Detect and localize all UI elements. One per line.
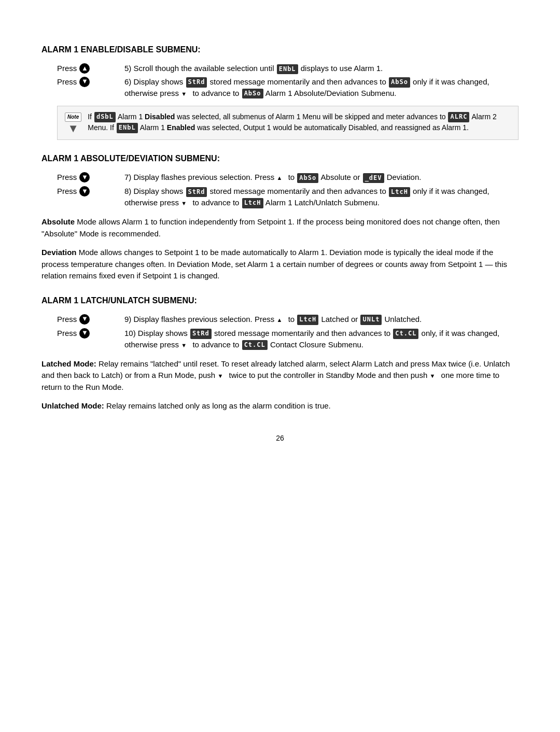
- press-row-8: Press ▼ 8) Display shows StRd stored mes…: [41, 186, 519, 209]
- press-content-8: 8) Display shows StRd stored message mom…: [124, 186, 519, 209]
- text-6d: to advance to: [190, 89, 241, 97]
- down-button-8: ▼: [79, 186, 90, 196]
- lcd-UNLt-9: UNLt: [360, 315, 382, 325]
- deviation-paragraph: Deviation Mode allows changes to Setpoin…: [41, 247, 519, 282]
- up-button-5: ▲: [79, 63, 90, 74]
- text-7b: to: [286, 173, 297, 181]
- down-button-10: ▼: [79, 328, 90, 339]
- press-row-6: Press ▼ 6) Display shows StRd stored mes…: [41, 76, 519, 100]
- note-text-1: If dSbL Alarm 1 Disabled was selected, a…: [88, 111, 511, 133]
- press-row-7: Press ▼ 7) Display flashes previous sele…: [41, 172, 519, 184]
- text-6a: 6) Display shows: [124, 77, 186, 86]
- lcd-CtCL-10b: Ct.CL: [242, 340, 268, 350]
- text-7a: 7) Display flashes previous selection. P…: [124, 173, 276, 181]
- down-inline-6: ▼: [181, 90, 190, 100]
- press-row-10: Press ▼ 10) Display shows StRd stored me…: [41, 328, 519, 351]
- section-latch-unlatch: ALARM 1 LATCH/UNLATCH SUBMENU: Press ▼ 9…: [41, 294, 519, 351]
- note-icon-1: Note ▼: [65, 112, 81, 135]
- note-arrow-1: ▼: [67, 123, 79, 134]
- press-word-5: Press: [57, 63, 77, 74]
- text-10e: Contact Closure Submenu.: [268, 340, 363, 349]
- down-inline-latched-1: ▼: [217, 372, 227, 381]
- lcd-dSbL: dSbL: [94, 112, 116, 122]
- deviation-text: Mode allows changes to Setpoint 1 to be …: [41, 248, 507, 280]
- unlatched-paragraph: Unlatched Mode: Relay remains latched on…: [41, 400, 519, 412]
- latched-text-b: twice to put the controller in Standby M…: [227, 371, 429, 379]
- lcd-AbSo-6b: AbSo: [242, 89, 263, 98]
- press-word-7: Press: [57, 172, 77, 183]
- press-row-5: Press ▲ 5) Scroll though the available s…: [41, 63, 519, 74]
- section-title-absolute-deviation: ALARM 1 ABSOLUTE/DEVIATION SUBMENU:: [41, 152, 519, 164]
- press-word-8: Press: [57, 186, 77, 197]
- text-9c: Latched or: [319, 315, 360, 323]
- text-9a: 9) Display flashes previous selection. P…: [124, 315, 276, 323]
- section-absolute-deviation: ALARM 1 ABSOLUTE/DEVIATION SUBMENU: Pres…: [41, 152, 519, 209]
- lcd-CtCL-10a: Ct.CL: [393, 329, 418, 339]
- lcd-ENbL: ENbL: [277, 64, 298, 74]
- section-title-latch-unlatch: ALARM 1 LATCH/UNLATCH SUBMENU:: [41, 294, 519, 306]
- text-8a: 8) Display shows: [124, 187, 186, 195]
- absolute-bold: Absolute: [41, 217, 75, 226]
- press-word-6: Press: [57, 76, 77, 88]
- lcd-LtcH-8a: LtcH: [389, 187, 410, 197]
- lcd-LtcH-8b: LtcH: [242, 198, 263, 208]
- text-7d: Deviation.: [385, 173, 422, 181]
- lcd-LtcH-9: LtcH: [297, 315, 318, 325]
- text-8b: stored message momentarily and then adva…: [207, 187, 388, 195]
- down-button-7: ▼: [79, 172, 90, 182]
- lcd-ALRC: ALRC: [448, 112, 469, 122]
- unlatched-bold: Unlatched Mode:: [41, 401, 104, 410]
- text-5a: 5) Scroll though the available selection…: [124, 64, 276, 73]
- press-label-8: Press ▼: [57, 186, 124, 197]
- section-enable-disable: ALARM 1 ENABLE/DISABLE SUBMENU: Press ▲ …: [41, 44, 519, 140]
- up-inline-9: ▲: [276, 316, 286, 326]
- down-button-9: ▼: [79, 314, 90, 325]
- press-content-5: 5) Scroll though the available selection…: [124, 63, 519, 74]
- press-label-9: Press ▼: [57, 314, 124, 325]
- lcd-dEV-7: _dEV: [363, 173, 384, 183]
- lcd-AbSo-7: AbSo: [297, 173, 318, 183]
- press-content-9: 9) Display flashes previous selection. P…: [124, 314, 519, 326]
- text-8e: Alarm 1 Latch/Unlatch Submenu.: [264, 198, 380, 207]
- unlatched-text: Relay remains latched only as long as th…: [104, 401, 331, 410]
- press-label-7: Press ▼: [57, 172, 124, 183]
- lcd-ENbL-note: ENbL: [117, 123, 138, 133]
- latched-bold: Latched Mode:: [41, 359, 96, 368]
- text-5b: displays to use Alarm 1.: [299, 64, 383, 73]
- text-8d: to advance to: [190, 198, 241, 207]
- note-box-1: Note ▼ If dSbL Alarm 1 Disabled was sele…: [57, 106, 519, 140]
- press-label-6: Press ▼: [57, 76, 124, 88]
- press-content-10: 10) Display shows StRd stored message mo…: [124, 328, 519, 351]
- down-button-6: ▼: [79, 77, 90, 87]
- text-7c: Absolute or: [319, 173, 362, 181]
- press-content-7: 7) Display flashes previous selection. P…: [124, 172, 519, 184]
- text-10d: to advance to: [190, 340, 241, 349]
- down-inline-10: ▼: [181, 342, 190, 351]
- press-word-10: Press: [57, 328, 77, 339]
- absolute-text: Mode allows Alarm 1 to function independ…: [41, 217, 500, 238]
- press-content-6: 6) Display shows StRd stored message mom…: [124, 76, 519, 100]
- press-word-9: Press: [57, 314, 77, 325]
- press-row-9: Press ▼ 9) Display flashes previous sele…: [41, 314, 519, 326]
- down-inline-latched-2: ▼: [429, 372, 439, 381]
- press-label-5: Press ▲: [57, 63, 124, 74]
- text-10a: 10) Display shows: [124, 329, 190, 337]
- text-10b: stored message momentarily and then adva…: [212, 329, 393, 337]
- page-number: 26: [41, 433, 519, 443]
- lcd-StRd-8: StRd: [186, 187, 207, 197]
- note-badge-1: Note: [65, 112, 81, 122]
- lcd-StRd-10: StRd: [190, 329, 212, 339]
- down-inline-8: ▼: [181, 200, 190, 209]
- up-inline-7: ▲: [276, 174, 286, 184]
- text-6b: stored message momentarily and then adva…: [207, 77, 388, 86]
- absolute-paragraph: Absolute Mode allows Alarm 1 to function…: [41, 216, 519, 240]
- section-title-enable-disable: ALARM 1 ENABLE/DISABLE SUBMENU:: [41, 44, 519, 55]
- lcd-StRd-6: StRd: [186, 77, 207, 87]
- text-9d: Unlatched.: [382, 315, 422, 323]
- lcd-AbSo-6a: AbSo: [389, 77, 410, 87]
- press-label-10: Press ▼: [57, 328, 124, 339]
- text-9b: to: [286, 315, 297, 323]
- latched-paragraph: Latched Mode: Relay remains "latched" un…: [41, 358, 519, 393]
- deviation-bold: Deviation: [41, 248, 77, 257]
- text-6e: Alarm 1 Absolute/Deviation Submenu.: [264, 89, 397, 97]
